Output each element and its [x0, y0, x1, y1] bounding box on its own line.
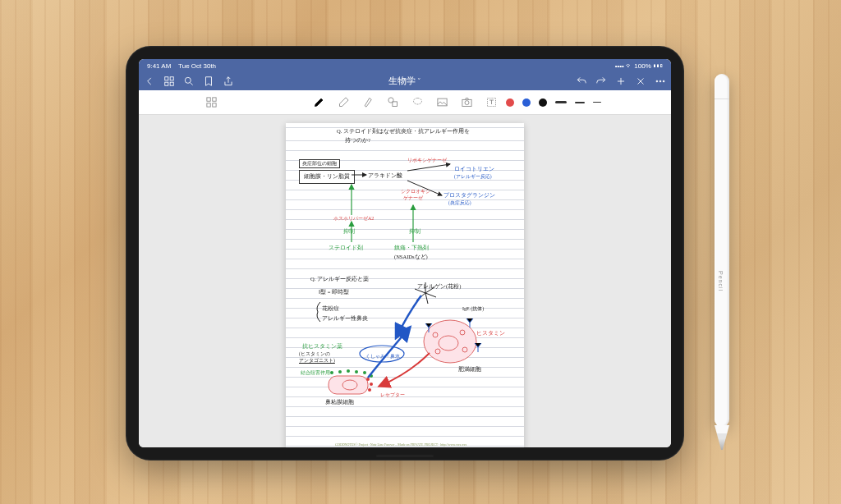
ipad-frame: 9:41 AM Tue Oct 30th •••• ᯤ 100% ▮▮▯ 生物学: [126, 46, 684, 460]
svg-point-16: [465, 101, 469, 105]
close-edit-button[interactable]: [635, 76, 646, 87]
undo-button[interactable]: [576, 76, 587, 87]
svg-rect-10: [206, 103, 209, 107]
search-button[interactable]: [183, 76, 195, 87]
shape-tool[interactable]: [386, 96, 399, 109]
pen-tool[interactable]: [312, 96, 325, 109]
thumbnails-button[interactable]: [163, 76, 175, 87]
tool-row: [139, 90, 671, 115]
canvas-area[interactable]: Q. ステロイド剤はなぜ抗炎症・抗アレルギー作用を 持つのか? 炎症部位の細胞 …: [139, 115, 671, 447]
svg-rect-9: [212, 98, 215, 101]
q2-arrows: [286, 275, 524, 415]
svg-rect-14: [437, 99, 446, 106]
q1-arrows: [286, 123, 524, 271]
svg-rect-0: [165, 76, 168, 80]
pencil-label: Pencil: [718, 271, 724, 291]
apple-pencil: Pencil: [715, 74, 729, 427]
svg-rect-8: [206, 98, 209, 101]
share-button[interactable]: [223, 76, 234, 87]
highlighter-tool[interactable]: [361, 96, 375, 109]
more-button[interactable]: [655, 76, 666, 87]
lasso-tool[interactable]: [411, 96, 424, 109]
color-red[interactable]: [506, 99, 514, 107]
back-button[interactable]: [144, 76, 155, 87]
svg-rect-1: [170, 76, 173, 80]
svg-point-7: [663, 80, 664, 82]
svg-point-4: [185, 77, 191, 83]
page-footer: GOODNOTES© Project · Note Line Forever –…: [335, 442, 466, 447]
status-date: Tue Oct 30th: [178, 62, 216, 70]
status-time: 9:41 AM: [147, 62, 171, 70]
text-tool[interactable]: [485, 96, 498, 109]
status-right: •••• ᯤ 100% ▮▮▯: [615, 62, 663, 70]
add-page-button[interactable]: [615, 76, 627, 87]
eraser-tool[interactable]: [337, 96, 350, 109]
redo-button[interactable]: [595, 76, 607, 87]
svg-rect-13: [392, 102, 397, 107]
stroke-thick[interactable]: [555, 101, 567, 103]
document-title[interactable]: 生物学: [388, 75, 422, 87]
svg-line-20: [407, 181, 442, 195]
bookmark-button[interactable]: [203, 76, 214, 87]
svg-rect-2: [165, 82, 168, 85]
svg-line-19: [407, 164, 450, 171]
svg-rect-3: [170, 82, 173, 85]
camera-tool[interactable]: [460, 96, 473, 109]
color-blue[interactable]: [522, 99, 531, 107]
image-tool[interactable]: [435, 96, 448, 109]
svg-point-5: [656, 80, 658, 82]
svg-point-6: [659, 80, 661, 82]
color-black[interactable]: [539, 99, 547, 107]
status-bar: 9:41 AM Tue Oct 30th •••• ᯤ 100% ▮▮▯: [139, 61, 671, 71]
ipad-screen: 9:41 AM Tue Oct 30th •••• ᯤ 100% ▮▮▯ 生物学: [139, 59, 671, 447]
view-mode-button[interactable]: [205, 96, 218, 109]
svg-rect-11: [212, 103, 215, 107]
app-navbar: 9:41 AM Tue Oct 30th •••• ᯤ 100% ▮▮▯ 生物学: [139, 59, 671, 90]
stroke-med[interactable]: [575, 102, 585, 103]
note-page[interactable]: Q. ステロイド剤はなぜ抗炎症・抗アレルギー作用を 持つのか? 炎症部位の細胞 …: [286, 123, 524, 447]
stroke-thin[interactable]: [593, 102, 601, 103]
